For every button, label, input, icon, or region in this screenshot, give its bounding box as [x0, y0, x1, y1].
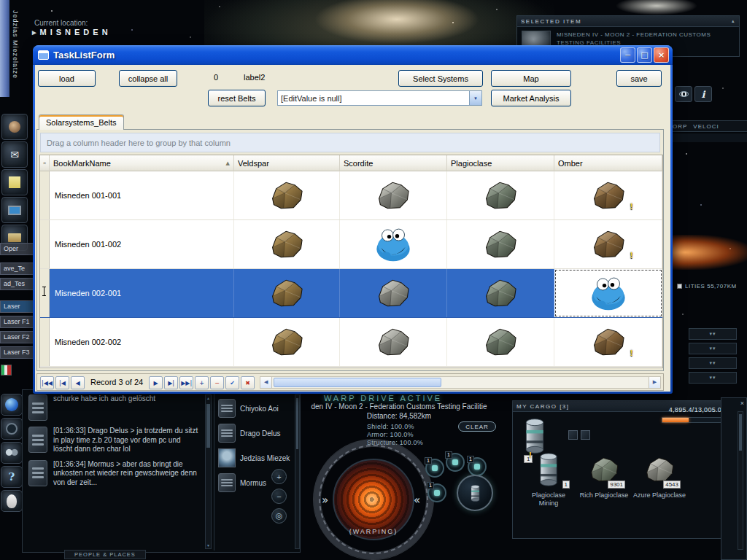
grid-row-misneden-002-001[interactable]: Misneden 002-001 [40, 269, 662, 318]
scrollbar[interactable] [738, 411, 743, 550]
globe-icon[interactable] [1, 394, 23, 416]
cell-plagioclase-r3[interactable] [447, 269, 554, 317]
module-label-ad_tes[interactable]: ad_Tes [0, 278, 34, 290]
nav-first-button[interactable]: |◀◀ [40, 376, 54, 389]
portrait-icon[interactable] [1, 114, 28, 140]
scrollbar-thumb[interactable] [739, 414, 742, 451]
module-button-3[interactable]: 1 [468, 457, 487, 476]
cell-plagioclase-r1[interactable] [447, 171, 554, 219]
nav-cancel-button[interactable]: ✖ [241, 376, 255, 389]
scrollbar-thumb[interactable] [274, 378, 441, 387]
grid-row-misneden-001-002[interactable]: Misneden 001-002! [40, 220, 662, 269]
scanner-icon[interactable] [1, 418, 23, 440]
cell-bookmarkname-r4[interactable]: Misneden 002-002 [50, 318, 234, 366]
overview-header-velocity[interactable]: VELOCI [693, 123, 719, 130]
nav-prev-page-button[interactable]: |◀ [55, 376, 69, 389]
cell-omber-r1[interactable]: ! [554, 171, 662, 219]
overview-header-corp[interactable]: ORP [673, 123, 687, 130]
mail-icon[interactable]: ✉ [1, 141, 28, 168]
group-by-panel[interactable]: Drag a column header here to group by th… [40, 133, 660, 152]
module-label-laser-f3[interactable]: Laser F3 [0, 346, 34, 359]
grid-row-misneden-002-002[interactable]: Misneden 002-002! [40, 318, 662, 367]
notepad-icon[interactable] [1, 169, 28, 195]
module-label-laser-f1[interactable]: Laser F1 [0, 316, 34, 328]
nav-delete-button[interactable]: − [210, 376, 224, 389]
eye-icon[interactable] [675, 86, 692, 102]
scrollbar-track[interactable] [272, 377, 649, 388]
selected-item-header[interactable]: SELECTED ITEM ▴ [517, 16, 739, 27]
collapsed-window-2[interactable]: ▾▾ [689, 343, 737, 354]
cell-plagioclase-r4[interactable] [447, 318, 554, 366]
cell-bookmarkname-r2[interactable]: Misneden 001-002 [50, 220, 234, 268]
module-label-oper[interactable]: Oper [0, 243, 34, 255]
cargo-window[interactable]: MY CARGO [3] × 1 4,895.4/13,005.0 M³ !1P… [512, 400, 738, 539]
reticle-button[interactable]: ◎ [271, 508, 287, 524]
monitor-icon[interactable] [1, 197, 28, 223]
cell-omber-r2[interactable]: ! [554, 220, 662, 268]
cargo-item-azure-plagioclase[interactable]: 4543Azure Plagioclase [632, 451, 686, 535]
market-analysis-button[interactable]: Market Analysis [491, 90, 571, 106]
cell-omber-r4[interactable]: ! [554, 318, 662, 366]
scroll-up-icon[interactable]: ▲ [206, 396, 211, 400]
zoom-out-button[interactable]: − [271, 489, 287, 504]
cell-bookmarkname-r3[interactable]: Misneden 002-001 [50, 269, 234, 317]
collapsed-window-1[interactable]: ▾▾ [689, 328, 737, 340]
scroll-down-icon[interactable]: ▼ [206, 543, 211, 548]
module-button-4[interactable]: 1 [427, 483, 446, 502]
editvalue-combobox[interactable]: [EditValue is null] ▼ [277, 90, 482, 106]
chat-window[interactable]: schurke habe ich auch gelöscht[01:36:33]… [22, 389, 301, 553]
map-button[interactable]: Map [491, 70, 571, 87]
cell-scordite-r3[interactable] [340, 269, 447, 317]
zoom-in-button[interactable]: + [271, 469, 287, 484]
cell-plagioclase-r2[interactable] [447, 220, 554, 268]
maximize-button[interactable]: □ [637, 47, 652, 63]
cargo-item-plagioclase-mining[interactable]: !1Plagioclase Mining [522, 451, 576, 535]
cell-bookmarkname-r1[interactable]: Misneden 001-001 [50, 171, 234, 219]
reset-belts-button[interactable]: reset Belts [208, 90, 266, 106]
select-systems-button[interactable]: Select Systems [398, 70, 483, 87]
column-header-plagioclase[interactable]: Plagioclase [447, 155, 554, 171]
column-header-omber[interactable]: Omber [554, 155, 662, 171]
column-header-veldspar[interactable]: Veldspar [234, 155, 340, 171]
collapse-all-button[interactable]: collapse all [119, 70, 177, 87]
nav-prev-button[interactable]: ◀ [71, 376, 85, 389]
cell-veldspar-r3[interactable] [234, 269, 340, 317]
hud-chevron-right[interactable]: « [414, 494, 420, 507]
close-icon[interactable]: × [740, 400, 744, 407]
info-icon[interactable]: i [694, 86, 712, 102]
location-name[interactable]: ▸MISNEDEN [32, 28, 112, 37]
close-button[interactable]: × [654, 47, 669, 63]
expand-arrow-icon[interactable]: ▸ [32, 28, 38, 36]
load-button[interactable]: load [38, 70, 96, 87]
module-label-ave_te[interactable]: ave_Te [0, 262, 34, 275]
cell-scordite-r1[interactable] [340, 171, 447, 219]
targeted-cargo-container[interactable] [457, 475, 493, 511]
column-header-bookmarkname[interactable]: BookMarkName▲ [50, 155, 234, 171]
member-jedzias-miezek[interactable]: Jedzias Miezek [218, 446, 294, 470]
cargo-item-rich-plagioclase[interactable]: 9301Rich Plagioclase [577, 451, 631, 535]
chat-scrollbar[interactable]: ▲ ▼ [205, 394, 212, 549]
mask-icon[interactable] [1, 490, 23, 512]
module-button-1[interactable]: 1 [425, 459, 444, 478]
save-button[interactable]: save [616, 70, 662, 87]
tab-solarsystems-belts[interactable]: Solarsystems_Belts [39, 114, 124, 130]
module-label-laser-f2[interactable]: Laser F2 [0, 331, 34, 343]
nav-append-button[interactable]: + [195, 376, 209, 389]
scrollbar-thumb[interactable] [206, 404, 210, 448]
nav-next-page-button[interactable]: ▶| [164, 376, 178, 389]
horizontal-scrollbar[interactable]: ◀ ▶ [260, 376, 661, 389]
collapse-panel-icon[interactable]: ▴ [732, 18, 735, 24]
cell-omber-r3[interactable] [554, 269, 662, 317]
cell-scordite-r2[interactable] [340, 220, 447, 268]
tab-people-and-places[interactable]: PEOPLE & PLACES [64, 550, 146, 559]
people-icon[interactable] [1, 442, 23, 464]
collapsed-window-4[interactable]: ▾▾ [689, 372, 737, 384]
collapsed-window-3[interactable]: ▾▾ [689, 357, 737, 369]
nav-post-button[interactable]: ✔ [225, 376, 239, 389]
column-header-scordite[interactable]: Scordite [340, 155, 447, 171]
cell-veldspar-r4[interactable] [234, 318, 340, 366]
view-list-icon[interactable] [581, 430, 590, 440]
combo-dropdown-icon[interactable]: ▼ [469, 91, 481, 105]
overview-row[interactable] [667, 133, 747, 142]
nav-next-button[interactable]: ▶ [149, 376, 163, 389]
